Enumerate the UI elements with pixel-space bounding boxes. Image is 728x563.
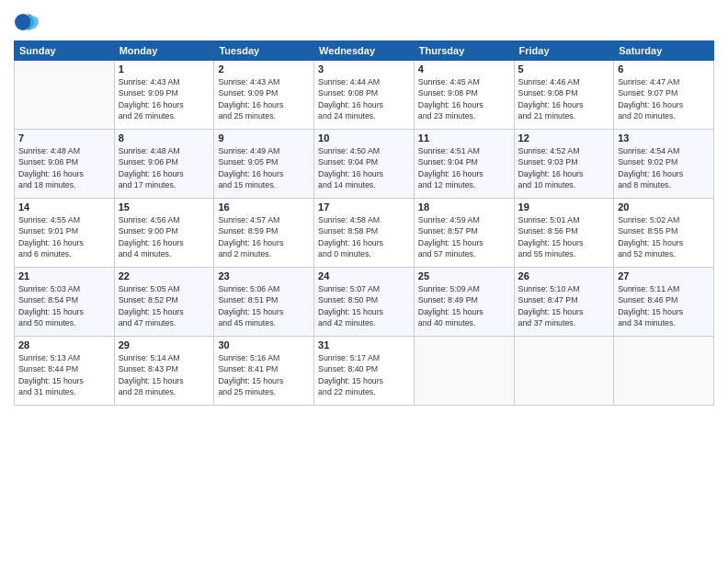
day-number: 19 [518,201,610,213]
day-info: Sunrise: 5:03 AM Sunset: 8:54 PM Dayligh… [18,283,110,328]
day-number: 4 [418,63,510,75]
day-info: Sunrise: 4:48 AM Sunset: 9:06 PM Dayligh… [18,145,110,190]
day-info: Sunrise: 4:48 AM Sunset: 9:06 PM Dayligh… [119,145,210,190]
calendar-cell: 8Sunrise: 4:48 AM Sunset: 9:06 PM Daylig… [114,130,214,199]
weekday-header-row: SundayMondayTuesdayWednesdayThursdayFrid… [15,41,714,61]
day-number: 30 [218,339,310,350]
day-info: Sunrise: 4:46 AM Sunset: 9:08 PM Dayligh… [518,76,610,121]
day-info: Sunrise: 4:47 AM Sunset: 9:07 PM Dayligh… [618,76,710,121]
calendar-cell: 29Sunrise: 5:14 AM Sunset: 8:43 PM Dayli… [114,337,214,406]
day-info: Sunrise: 5:07 AM Sunset: 8:50 PM Dayligh… [318,283,410,328]
weekday-header-friday: Friday [514,41,614,61]
day-number: 2 [218,63,310,75]
day-info: Sunrise: 4:51 AM Sunset: 9:04 PM Dayligh… [418,145,510,190]
calendar-cell: 2Sunrise: 4:43 AM Sunset: 9:09 PM Daylig… [214,61,314,130]
day-number: 17 [318,201,410,213]
calendar-week-row: 7Sunrise: 4:48 AM Sunset: 9:06 PM Daylig… [15,130,714,199]
calendar-week-row: 21Sunrise: 5:03 AM Sunset: 8:54 PM Dayli… [15,268,714,337]
day-info: Sunrise: 5:11 AM Sunset: 8:46 PM Dayligh… [618,283,710,328]
day-number: 18 [418,201,510,213]
day-number: 16 [218,201,310,213]
day-info: Sunrise: 5:13 AM Sunset: 8:44 PM Dayligh… [18,352,110,397]
calendar-week-row: 1Sunrise: 4:43 AM Sunset: 9:09 PM Daylig… [15,61,714,130]
calendar-cell: 18Sunrise: 4:59 AM Sunset: 8:57 PM Dayli… [414,199,514,268]
svg-point-0 [15,14,31,30]
calendar-cell: 1Sunrise: 4:43 AM Sunset: 9:09 PM Daylig… [114,61,214,130]
calendar-cell: 4Sunrise: 4:45 AM Sunset: 9:08 PM Daylig… [414,61,514,130]
day-info: Sunrise: 5:01 AM Sunset: 8:56 PM Dayligh… [518,214,610,259]
calendar-cell: 3Sunrise: 4:44 AM Sunset: 9:08 PM Daylig… [314,61,415,130]
calendar-cell: 28Sunrise: 5:13 AM Sunset: 8:44 PM Dayli… [15,337,115,406]
calendar-cell: 9Sunrise: 4:49 AM Sunset: 9:05 PM Daylig… [214,130,314,199]
day-info: Sunrise: 5:05 AM Sunset: 8:52 PM Dayligh… [119,283,210,328]
calendar-cell: 13Sunrise: 4:54 AM Sunset: 9:02 PM Dayli… [614,130,714,199]
calendar-cell: 10Sunrise: 4:50 AM Sunset: 9:04 PM Dayli… [314,130,415,199]
weekday-header-saturday: Saturday [614,41,714,61]
calendar-cell [414,337,514,406]
day-info: Sunrise: 4:55 AM Sunset: 9:01 PM Dayligh… [18,214,110,259]
calendar-cell: 15Sunrise: 4:56 AM Sunset: 9:00 PM Dayli… [114,199,214,268]
day-info: Sunrise: 5:02 AM Sunset: 8:55 PM Dayligh… [618,214,710,259]
calendar-cell: 25Sunrise: 5:09 AM Sunset: 8:49 PM Dayli… [414,268,514,337]
day-info: Sunrise: 4:45 AM Sunset: 9:08 PM Dayligh… [418,76,510,121]
calendar-cell: 23Sunrise: 5:06 AM Sunset: 8:51 PM Dayli… [214,268,314,337]
day-number: 24 [318,270,410,282]
calendar-cell: 7Sunrise: 4:48 AM Sunset: 9:06 PM Daylig… [15,130,115,199]
weekday-header-thursday: Thursday [414,41,514,61]
calendar-cell: 20Sunrise: 5:02 AM Sunset: 8:55 PM Dayli… [614,199,714,268]
calendar-cell [15,61,115,130]
calendar-cell [514,337,614,406]
calendar-cell: 16Sunrise: 4:57 AM Sunset: 8:59 PM Dayli… [214,199,314,268]
calendar-cell: 12Sunrise: 4:52 AM Sunset: 9:03 PM Dayli… [514,130,614,199]
day-info: Sunrise: 4:54 AM Sunset: 9:02 PM Dayligh… [618,145,710,190]
day-number: 5 [518,63,610,75]
weekday-header-monday: Monday [114,41,214,61]
day-info: Sunrise: 5:06 AM Sunset: 8:51 PM Dayligh… [218,283,310,328]
header [14,9,714,35]
day-number: 7 [18,132,110,144]
calendar-week-row: 14Sunrise: 4:55 AM Sunset: 9:01 PM Dayli… [15,199,714,268]
weekday-header-tuesday: Tuesday [214,41,314,61]
weekday-header-wednesday: Wednesday [314,41,415,61]
day-number: 10 [318,132,410,144]
day-number: 8 [119,132,210,144]
calendar-cell: 22Sunrise: 5:05 AM Sunset: 8:52 PM Dayli… [114,268,214,337]
day-info: Sunrise: 5:16 AM Sunset: 8:41 PM Dayligh… [218,352,310,397]
day-number: 6 [618,63,710,75]
weekday-header-sunday: Sunday [15,41,115,61]
calendar-cell: 30Sunrise: 5:16 AM Sunset: 8:41 PM Dayli… [214,337,314,406]
day-info: Sunrise: 5:09 AM Sunset: 8:49 PM Dayligh… [418,283,510,328]
logo [14,9,43,35]
day-info: Sunrise: 4:43 AM Sunset: 9:09 PM Dayligh… [119,76,210,121]
calendar-cell: 6Sunrise: 4:47 AM Sunset: 9:07 PM Daylig… [614,61,714,130]
calendar-page: SundayMondayTuesdayWednesdayThursdayFrid… [0,0,728,563]
day-info: Sunrise: 5:14 AM Sunset: 8:43 PM Dayligh… [119,352,210,397]
calendar-cell: 19Sunrise: 5:01 AM Sunset: 8:56 PM Dayli… [514,199,614,268]
day-info: Sunrise: 4:58 AM Sunset: 8:58 PM Dayligh… [318,214,410,259]
day-number: 15 [119,201,210,213]
day-number: 23 [218,270,310,282]
day-info: Sunrise: 5:10 AM Sunset: 8:47 PM Dayligh… [518,283,610,328]
day-number: 13 [618,132,710,144]
day-number: 3 [318,63,410,75]
calendar-week-row: 28Sunrise: 5:13 AM Sunset: 8:44 PM Dayli… [15,337,714,406]
day-number: 26 [518,270,610,282]
calendar-cell: 24Sunrise: 5:07 AM Sunset: 8:50 PM Dayli… [314,268,415,337]
day-number: 21 [18,270,110,282]
calendar-table: SundayMondayTuesdayWednesdayThursdayFrid… [14,40,714,406]
logo-icon [14,9,40,35]
day-number: 27 [618,270,710,282]
day-number: 12 [518,132,610,144]
day-number: 9 [218,132,310,144]
day-info: Sunrise: 4:56 AM Sunset: 9:00 PM Dayligh… [119,214,210,259]
calendar-cell: 26Sunrise: 5:10 AM Sunset: 8:47 PM Dayli… [514,268,614,337]
day-info: Sunrise: 4:59 AM Sunset: 8:57 PM Dayligh… [418,214,510,259]
day-info: Sunrise: 4:43 AM Sunset: 9:09 PM Dayligh… [218,76,310,121]
day-number: 1 [119,63,210,75]
day-info: Sunrise: 4:50 AM Sunset: 9:04 PM Dayligh… [318,145,410,190]
day-info: Sunrise: 4:57 AM Sunset: 8:59 PM Dayligh… [218,214,310,259]
day-info: Sunrise: 4:49 AM Sunset: 9:05 PM Dayligh… [218,145,310,190]
calendar-cell: 17Sunrise: 4:58 AM Sunset: 8:58 PM Dayli… [314,199,415,268]
day-info: Sunrise: 5:17 AM Sunset: 8:40 PM Dayligh… [318,352,410,397]
calendar-cell [614,337,714,406]
